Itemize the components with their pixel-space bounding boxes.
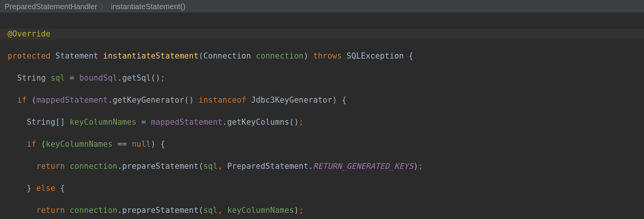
breadcrumb-method[interactable]: instantiateStatement() <box>111 2 185 11</box>
kw: if <box>27 140 41 149</box>
op: == <box>113 140 132 149</box>
field: boundSql <box>79 73 117 83</box>
annotation: @Override <box>8 29 51 38</box>
call: .prepareStatement( <box>117 162 203 171</box>
comma: , <box>218 162 227 171</box>
code-line[interactable]: } else { <box>8 183 644 194</box>
decl: String <box>8 73 51 83</box>
params-open: (Connection <box>199 51 256 60</box>
paren: ) <box>413 162 418 171</box>
breadcrumb[interactable]: PreparedStatementHandler〉instantiateStat… <box>0 0 644 13</box>
type: Jdbc3KeyGenerator) { <box>251 95 347 105</box>
paren: ( <box>41 140 46 149</box>
breadcrumb-class[interactable]: PreparedStatementHandler <box>5 2 97 11</box>
kw: return <box>36 206 70 215</box>
type: SQLException { <box>347 51 414 60</box>
code-line[interactable]: protected Statement instantiateStatement… <box>8 51 644 62</box>
type: PreparedStatement. <box>227 162 313 171</box>
code-line[interactable]: return connection.prepareStatement(sql, … <box>8 205 644 216</box>
param: connection <box>256 51 303 60</box>
field: mappedStatement <box>151 117 222 127</box>
kw: else <box>36 184 60 193</box>
param: connection <box>70 206 117 215</box>
params-close: ) <box>304 51 313 60</box>
code-line[interactable]: String sql = boundSql.getSql(); <box>8 73 644 84</box>
semi: ; <box>418 162 423 171</box>
call: .prepareStatement( <box>117 206 203 215</box>
decl: String[] <box>8 117 70 127</box>
breadcrumb-separator-icon: 〉 <box>100 2 108 11</box>
paren: ) <box>294 206 299 215</box>
call: .getKeyColumns() <box>222 117 299 127</box>
call: .getKeyGenerator() <box>108 95 198 105</box>
method-name: instantiateStatement <box>103 51 199 60</box>
paren: ( <box>32 95 37 105</box>
indent <box>8 95 17 105</box>
code-editor[interactable]: @Override protected Statement instantiat… <box>0 13 644 219</box>
brace: ) { <box>151 140 165 149</box>
kw: instanceof <box>199 95 251 105</box>
code-line[interactable]: if (keyColumnNames == null) { <box>8 139 644 150</box>
kw: return <box>36 162 70 171</box>
local: sql <box>51 73 65 83</box>
kw: throws <box>313 51 347 60</box>
local: keyColumnNames <box>227 206 294 215</box>
local: keyColumnNames <box>46 140 113 149</box>
semi: ; <box>299 117 304 127</box>
local: keyColumnNames <box>70 117 137 127</box>
op: = <box>137 117 151 127</box>
kw: null <box>132 140 151 149</box>
comma: , <box>218 206 227 215</box>
code-line[interactable]: return connection.prepareStatement(sql, … <box>8 161 644 172</box>
indent <box>8 140 27 149</box>
op: = <box>65 73 80 83</box>
static-field: RETURN_GENERATED_KEYS <box>313 162 413 171</box>
code-line[interactable]: String[] keyColumnNames = mappedStatemen… <box>8 117 644 128</box>
brace: } <box>8 184 36 193</box>
field: mappedStatement <box>36 95 108 105</box>
local: sql <box>203 206 218 215</box>
type: Statement <box>55 51 103 60</box>
code-line[interactable]: if (mappedStatement.getKeyGenerator() in… <box>8 95 644 106</box>
indent <box>8 162 36 171</box>
brace: { <box>60 184 65 193</box>
semi: ; <box>160 73 165 83</box>
kw: protected <box>8 51 55 60</box>
kw: if <box>17 95 32 105</box>
local: sql <box>203 162 218 171</box>
semi: ; <box>299 206 304 215</box>
call: .getSql() <box>118 73 161 83</box>
code-line[interactable]: @Override <box>8 29 644 40</box>
param: connection <box>70 162 117 171</box>
indent <box>8 206 36 215</box>
